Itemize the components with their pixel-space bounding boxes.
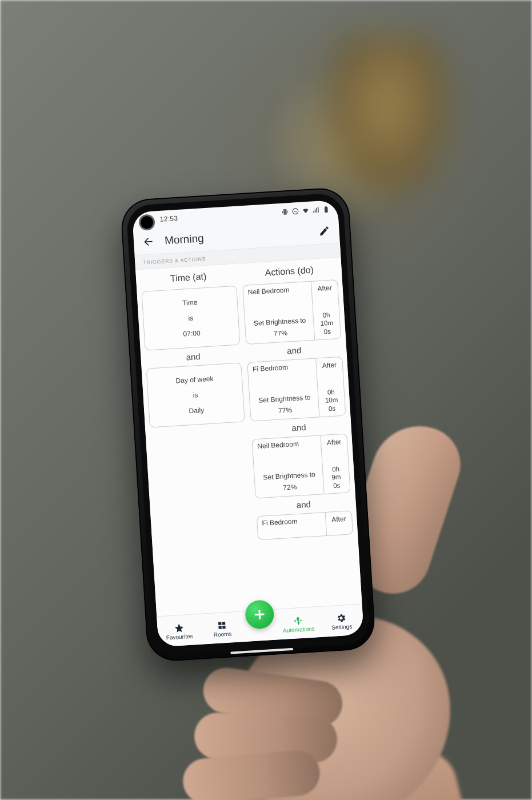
action-setline: Set Brightness to (254, 393, 315, 405)
trigger-op: is (188, 312, 194, 323)
edit-button[interactable] (316, 222, 333, 239)
triggers-column: Time (at) Time is 07:00 and Day of week … (140, 264, 257, 616)
svg-rect-4 (218, 622, 222, 625)
nav-label: Rooms (213, 630, 231, 638)
action-room: Fi Bedroom (253, 362, 313, 374)
action-room: Neil Bedroom (248, 285, 309, 297)
action-setval: 72% (260, 482, 321, 493)
trigger-card[interactable]: Time is 07:00 (141, 286, 240, 351)
dnd-icon (291, 207, 299, 215)
trigger-value: Daily (189, 405, 205, 417)
action-card[interactable]: Fi Bedroom After (257, 510, 353, 540)
trigger-field: Time (182, 297, 198, 309)
nav-settings[interactable]: Settings (319, 609, 364, 633)
after-delay: 0h 10m 0s (325, 387, 339, 413)
actions-column: Actions (do) Neil Bedroom Set Brightness… (241, 258, 358, 610)
svg-rect-7 (222, 625, 226, 629)
star-icon (174, 622, 185, 633)
svg-rect-6 (219, 626, 222, 629)
svg-rect-2 (325, 206, 328, 212)
automation-icon (293, 615, 303, 626)
back-button[interactable] (140, 233, 157, 250)
background-lamp (320, 34, 457, 206)
status-time: 12:53 (159, 214, 178, 223)
after-label: After (327, 438, 342, 447)
vibrate-icon (281, 207, 289, 215)
after-label: After (322, 361, 337, 370)
nav-label: Settings (331, 623, 353, 630)
back-arrow-icon (143, 235, 155, 247)
action-setline: Set Brightness to (250, 316, 310, 327)
signal-icon (312, 206, 320, 214)
action-setval: 77% (250, 327, 311, 339)
phone: 12:53 Morning TRIGGERS & ACTIONS (120, 187, 377, 663)
action-card[interactable]: Fi Bedroom Set Brightness to 77% After 0… (247, 357, 346, 422)
pencil-icon (318, 225, 330, 237)
trigger-card[interactable]: Day of week is Daily (146, 363, 245, 428)
status-icons (281, 205, 330, 215)
battery-icon (322, 205, 330, 213)
action-card[interactable]: Neil Bedroom Set Brightness to 77% After… (242, 279, 341, 345)
after-label: After (317, 284, 332, 293)
plus-icon (253, 607, 267, 622)
gear-icon (336, 613, 347, 623)
action-room: Neil Bedroom (257, 439, 318, 451)
action-setline: Set Brightness to (259, 470, 319, 482)
trigger-value: 07:00 (183, 327, 201, 340)
wifi-icon (302, 206, 310, 214)
screen: 12:53 Morning TRIGGERS & ACTIONS (132, 200, 364, 647)
content-area: Time (at) Time is 07:00 and Day of week … (135, 258, 362, 617)
nav-label: Automations (283, 625, 315, 633)
nav-label: Favourites (166, 633, 193, 641)
trigger-field: Day of week (175, 373, 214, 386)
action-setval: 77% (255, 405, 315, 416)
nav-favourites[interactable]: Favourites (157, 619, 202, 642)
trigger-op: is (193, 389, 198, 401)
nav-rooms[interactable]: Rooms (200, 617, 245, 640)
nav-automations[interactable]: Automations (276, 611, 321, 635)
after-delay: 0h 10m 0s (319, 310, 334, 335)
page-title: Morning (164, 225, 317, 247)
action-room: Fi Bedroom (262, 516, 322, 527)
svg-rect-5 (222, 622, 226, 625)
action-card[interactable]: Neil Bedroom Set Brightness to 72% After… (252, 433, 351, 498)
after-label: After (331, 515, 346, 524)
svg-rect-3 (325, 206, 326, 207)
grid-icon (217, 619, 227, 630)
after-delay: 0h 9m 0s (331, 465, 342, 490)
